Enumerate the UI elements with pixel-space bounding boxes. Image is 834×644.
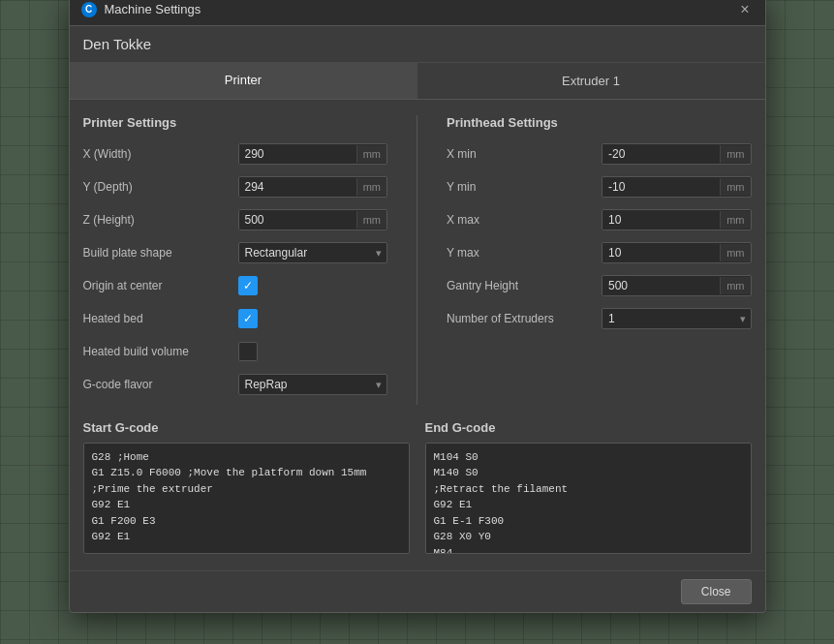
y-max-input-wrapper: mm <box>602 242 752 263</box>
heated-build-volume-control <box>238 342 388 361</box>
y-min-control: mm <box>602 176 752 198</box>
gantry-height-unit: mm <box>720 277 750 294</box>
x-max-label: X max <box>447 213 602 227</box>
printer-settings-title: Printer Settings <box>83 115 388 130</box>
heated-bed-control: ✓ <box>238 309 388 328</box>
origin-at-center-label: Origin at center <box>83 279 238 292</box>
build-plate-shape-label: Build plate shape <box>83 246 238 260</box>
gcode-flavor-select[interactable]: RepRap Ultimaker 2 Marlin Griffin Repeti… <box>238 374 388 395</box>
x-width-input[interactable] <box>239 144 356 164</box>
num-extruders-row: Number of Extruders 1 2 3 4 <box>447 306 752 331</box>
close-button[interactable]: Close <box>681 579 752 604</box>
end-gcode-panel: End G-code M104 S0 M140 S0 ;Retract the … <box>425 420 752 557</box>
printhead-settings-title: Printhead Settings <box>447 115 752 130</box>
printer-name-heading: Den Tokke <box>70 26 765 63</box>
end-gcode-title: End G-code <box>425 420 752 435</box>
heated-bed-checkmark: ✓ <box>243 313 253 324</box>
y-min-row: Y min mm <box>447 174 752 199</box>
printhead-settings-panel: Printhead Settings X min mm Y min <box>447 115 752 405</box>
build-plate-shape-select[interactable]: Rectangular Elliptic <box>238 242 388 263</box>
dialog-footer: Close <box>70 570 765 612</box>
cura-icon: C <box>81 2 97 17</box>
z-height-row: Z (Height) mm <box>83 207 388 232</box>
x-min-label: X min <box>447 147 602 161</box>
x-min-input[interactable] <box>602 144 720 164</box>
x-min-unit: mm <box>720 145 750 163</box>
gcode-flavor-select-wrapper: RepRap Ultimaker 2 Marlin Griffin Repeti… <box>238 374 388 395</box>
y-depth-row: Y (Depth) mm <box>83 174 388 199</box>
build-plate-shape-row: Build plate shape Rectangular Elliptic <box>83 240 388 265</box>
build-plate-shape-control: Rectangular Elliptic <box>238 242 388 263</box>
y-depth-control: mm <box>238 176 388 198</box>
y-max-label: Y max <box>447 246 602 260</box>
dialog-title: Machine Settings <box>105 2 201 16</box>
y-depth-label: Y (Depth) <box>83 180 238 194</box>
x-width-input-wrapper: mm <box>238 143 388 165</box>
title-left: C Machine Settings <box>81 2 201 17</box>
origin-at-center-checkbox-wrapper[interactable]: ✓ <box>238 276 258 295</box>
z-height-label: Z (Height) <box>83 213 238 227</box>
x-min-input-wrapper: mm <box>602 143 752 165</box>
dialog-body: Printer Settings X (Width) mm Y (Depth) <box>70 100 765 420</box>
x-width-row: X (Width) mm <box>83 141 388 167</box>
num-extruders-label: Number of Extruders <box>447 312 602 325</box>
y-min-unit: mm <box>720 178 750 196</box>
x-max-input-wrapper: mm <box>602 209 752 230</box>
gantry-height-row: Gantry Height mm <box>447 273 752 298</box>
y-max-unit: mm <box>720 244 750 261</box>
gcode-flavor-control: RepRap Ultimaker 2 Marlin Griffin Repeti… <box>238 374 388 395</box>
num-extruders-control: 1 2 3 4 <box>602 308 752 329</box>
heated-build-volume-label: Heated build volume <box>83 345 238 358</box>
heated-build-volume-checkbox-wrapper[interactable] <box>238 342 258 361</box>
x-min-row: X min mm <box>447 141 752 167</box>
gantry-height-label: Gantry Height <box>447 279 602 292</box>
start-gcode-title: Start G-code <box>83 420 410 435</box>
y-max-row: Y max mm <box>447 240 752 265</box>
origin-at-center-row: Origin at center ✓ <box>83 273 388 298</box>
y-depth-input[interactable] <box>239 177 356 197</box>
tab-printer[interactable]: Printer <box>70 63 417 99</box>
build-plate-shape-select-wrapper: Rectangular Elliptic <box>238 242 388 263</box>
y-max-input[interactable] <box>602 243 720 262</box>
x-max-input[interactable] <box>602 210 720 230</box>
gantry-height-control: mm <box>602 275 752 296</box>
start-gcode-textarea[interactable]: G28 ;Home G1 Z15.0 F6000 ;Move the platf… <box>83 443 410 554</box>
x-min-control: mm <box>602 143 752 165</box>
y-min-input[interactable] <box>602 177 720 197</box>
gcode-section: Start G-code G28 ;Home G1 Z15.0 F6000 ;M… <box>70 420 765 570</box>
x-width-unit: mm <box>356 145 386 163</box>
num-extruders-select[interactable]: 1 2 3 4 <box>602 308 752 329</box>
x-width-label: X (Width) <box>83 147 238 161</box>
y-depth-input-wrapper: mm <box>238 176 388 198</box>
gcode-flavor-row: G-code flavor RepRap Ultimaker 2 Marlin … <box>83 372 388 397</box>
y-min-input-wrapper: mm <box>602 176 752 198</box>
z-height-input[interactable] <box>239 210 356 230</box>
y-min-label: Y min <box>447 180 602 194</box>
z-height-input-wrapper: mm <box>238 209 388 230</box>
start-gcode-panel: Start G-code G28 ;Home G1 Z15.0 F6000 ;M… <box>83 420 410 557</box>
printer-settings-panel: Printer Settings X (Width) mm Y (Depth) <box>83 115 388 405</box>
heated-bed-checkbox-wrapper[interactable]: ✓ <box>238 309 258 328</box>
origin-at-center-control: ✓ <box>238 276 388 295</box>
x-max-unit: mm <box>720 211 750 229</box>
origin-at-center-checkmark: ✓ <box>243 280 253 291</box>
x-max-row: X max mm <box>447 207 752 232</box>
tab-bar: Printer Extruder 1 <box>70 63 765 100</box>
x-max-control: mm <box>602 209 752 230</box>
z-height-control: mm <box>238 209 388 230</box>
gantry-height-input[interactable] <box>602 276 720 295</box>
num-extruders-select-wrapper: 1 2 3 4 <box>602 308 752 329</box>
y-depth-unit: mm <box>356 178 386 196</box>
dialog-close-x-button[interactable]: × <box>736 2 753 17</box>
heated-bed-row: Heated bed ✓ <box>83 306 388 331</box>
panel-divider <box>417 115 417 405</box>
dialog-titlebar: C Machine Settings × <box>70 0 765 26</box>
y-max-control: mm <box>602 242 752 263</box>
end-gcode-textarea[interactable]: M104 S0 M140 S0 ;Retract the filament G9… <box>425 443 752 554</box>
z-height-unit: mm <box>356 211 386 229</box>
machine-settings-dialog: C Machine Settings × Den Tokke Printer E… <box>69 0 766 613</box>
x-width-control: mm <box>238 143 388 165</box>
gcode-flavor-label: G-code flavor <box>83 378 238 391</box>
tab-extruder1[interactable]: Extruder 1 <box>417 63 765 99</box>
gantry-height-input-wrapper: mm <box>602 275 752 296</box>
